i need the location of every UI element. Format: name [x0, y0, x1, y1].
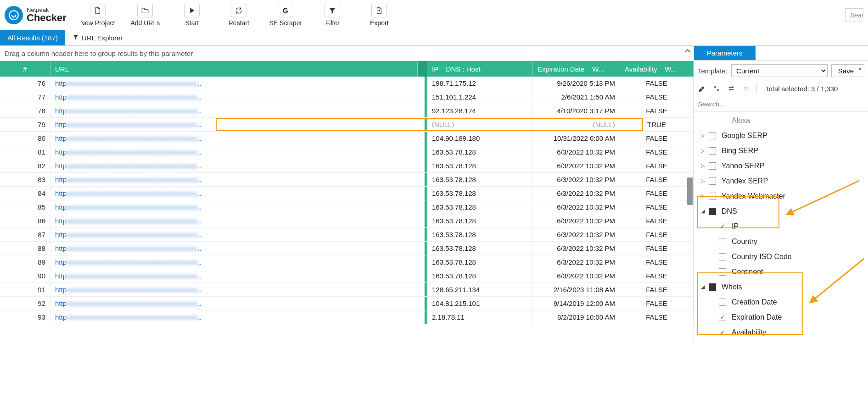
cell-url[interactable]: httpxxxxxxxxxxxxxxxxxxxxxxxxxxxxxxxxxxxx… [50, 132, 425, 145]
filter-button[interactable]: Filter [316, 4, 349, 27]
add-urls-button[interactable]: Add URLs [129, 4, 162, 27]
cell-url[interactable]: httpxxxxxxxxxxxxxxxxxxxxxxxxxxxxxxxxxxxx… [50, 297, 425, 310]
table-row[interactable]: 76httpxxxxxxxxxxxxxxxxxxxxxxxxxxxxxxxxxx… [0, 77, 694, 90]
cell-url[interactable]: httpxxxxxxxxxxxxxxxxxxxxxxxxxxxxxxxxxxxx… [50, 228, 425, 241]
table-row[interactable]: 93httpxxxxxxxxxxxxxxxxxxxxxxxxxxxxxxxxxx… [0, 310, 694, 324]
checkbox[interactable] [719, 314, 726, 321]
checkbox[interactable] [719, 238, 726, 245]
checkbox[interactable] [719, 329, 726, 336]
table-row[interactable]: 85httpxxxxxxxxxxxxxxxxxxxxxxxxxxxxxxxxxx… [0, 200, 694, 214]
cell-url[interactable]: httpxxxxxxxxxxxxxxxxxxxxxxxxxxxxxxxxxxxx… [50, 104, 425, 117]
cell-index: 85 [0, 200, 50, 214]
tree-yandex-serp[interactable]: ▷Yandex SERP [697, 173, 868, 188]
cell-url[interactable]: httpxxxxxxxxxxxxxxxxxxxxxxxxxxxxxxxxxxxx… [50, 200, 425, 214]
table-row[interactable]: 84httpxxxxxxxxxxxxxxxxxxxxxxxxxxxxxxxxxx… [0, 187, 694, 200]
new-project-button[interactable]: New Project [80, 4, 115, 27]
parameters-search-input[interactable] [698, 97, 864, 111]
tree-bing-serp[interactable]: ▷Bing SERP [697, 143, 868, 158]
checkbox[interactable] [719, 268, 726, 276]
table-row[interactable]: 80httpxxxxxxxxxxxxxxxxxxxxxxxxxxxxxxxxxx… [0, 132, 694, 145]
tree-whois-creation-date[interactable]: Creation Date [697, 294, 868, 310]
tree-google-serp[interactable]: ▷Google SERP [697, 128, 868, 143]
scrollbar-thumb[interactable] [687, 177, 693, 205]
tab-url-explorer[interactable]: URL Explorer [65, 30, 130, 45]
checkbox[interactable] [719, 253, 726, 260]
cell-url[interactable]: httpxxxxxxxxxxxxxxxxxxxxxxxxxxxxxxxxxxxx… [50, 187, 425, 200]
tree-alexa[interactable]: Alexa [697, 113, 868, 128]
tree-dns-continent[interactable]: Continent [697, 264, 868, 279]
eraser-icon[interactable] [698, 84, 706, 93]
col-ip[interactable]: IP – DNS : Host [427, 61, 533, 77]
se-scraper-button[interactable]: SE Scraper [269, 4, 302, 27]
cell-url[interactable]: httpxxxxxxxxxxxxxxxxxxxxxxxxxxxxxxxxxxxx… [50, 242, 425, 255]
tree-whois[interactable]: ◢Whois [697, 279, 868, 294]
checkbox[interactable] [709, 283, 716, 291]
expand-icon[interactable]: ▷ [700, 163, 706, 169]
expand-icon[interactable]: ▷ [700, 193, 706, 199]
cell-url[interactable]: httpxxxxxxxxxxxxxxxxxxxxxxxxxxxxxxxxxxxx… [50, 159, 425, 172]
tree-whois-availability[interactable]: Availability [697, 325, 868, 340]
start-button[interactable]: Start [175, 4, 208, 27]
cell-url[interactable]: httpxxxxxxxxxxxxxxxxxxxxxxxxxxxxxxxxxxxx… [50, 214, 425, 227]
expand-icon[interactable]: ▷ [700, 133, 706, 138]
tree-dns-country[interactable]: Country [697, 234, 868, 249]
table-row[interactable]: 77httpxxxxxxxxxxxxxxxxxxxxxxxxxxxxxxxxxx… [0, 90, 694, 104]
expand-icon[interactable]: ◢ [700, 208, 706, 214]
table-row[interactable]: 78httpxxxxxxxxxxxxxxxxxxxxxxxxxxxxxxxxxx… [0, 104, 694, 118]
checkbox[interactable] [709, 162, 716, 170]
cell-url[interactable]: httpxxxxxxxxxxxxxxxxxxxxxxxxxxxxxxxxxxxx… [50, 269, 425, 282]
table-row[interactable]: 91httpxxxxxxxxxxxxxxxxxxxxxxxxxxxxxxxxxx… [0, 283, 694, 297]
table-row[interactable]: 86httpxxxxxxxxxxxxxxxxxxxxxxxxxxxxxxxxxx… [0, 214, 694, 228]
checkbox[interactable] [709, 132, 716, 139]
table-row[interactable]: 83httpxxxxxxxxxxxxxxxxxxxxxxxxxxxxxxxxxx… [0, 173, 694, 187]
tab-all-results[interactable]: All Results (187) [0, 30, 65, 45]
col-availability[interactable]: Availability – W... [620, 61, 694, 77]
swap-icon[interactable] [727, 84, 735, 93]
expand-icon[interactable]: ▷ [700, 148, 706, 154]
group-by-bar[interactable]: Drag a column header here to group resul… [0, 46, 694, 61]
col-url[interactable]: URL [50, 61, 418, 77]
table-row[interactable]: 88httpxxxxxxxxxxxxxxxxxxxxxxxxxxxxxxxxxx… [0, 242, 694, 255]
cell-url[interactable]: httpxxxxxxxxxxxxxxxxxxxxxxxxxxxxxxxxxxxx… [50, 77, 425, 90]
cell-url[interactable]: httpxxxxxxxxxxxxxxxxxxxxxxxxxxxxxxxxxxxx… [50, 90, 425, 104]
checkbox[interactable] [719, 299, 726, 306]
table-row[interactable]: 79httpxxxxxxxxxxxxxxxxxxxxxxxxxxxxxxxxxx… [0, 118, 694, 132]
tab-parameters[interactable]: Parameters [694, 46, 756, 60]
tree-dns-country-iso-code[interactable]: Country ISO Code [697, 249, 868, 264]
collapse-caret-icon[interactable] [684, 48, 691, 54]
checkbox[interactable] [709, 193, 716, 200]
cell-url[interactable]: httpxxxxxxxxxxxxxxxxxxxxxxxxxxxxxxxxxxxx… [50, 118, 425, 131]
table-row[interactable]: 90httpxxxxxxxxxxxxxxxxxxxxxxxxxxxxxxxxxx… [0, 269, 694, 283]
collapse-icon[interactable] [712, 84, 721, 93]
checkbox[interactable] [709, 147, 716, 155]
cell-url[interactable]: httpxxxxxxxxxxxxxxxxxxxxxxxxxxxxxxxxxxxx… [50, 255, 425, 269]
checkbox[interactable] [709, 177, 716, 185]
tree-dns[interactable]: ◢DNS [697, 204, 868, 219]
table-row[interactable]: 87httpxxxxxxxxxxxxxxxxxxxxxxxxxxxxxxxxxx… [0, 228, 694, 242]
col-index[interactable]: # [0, 61, 50, 77]
table-row[interactable]: 92httpxxxxxxxxxxxxxxxxxxxxxxxxxxxxxxxxxx… [0, 297, 694, 310]
template-select[interactable]: Current [731, 64, 828, 77]
cell-url[interactable]: httpxxxxxxxxxxxxxxxxxxxxxxxxxxxxxxxxxxxx… [50, 283, 425, 296]
checkbox[interactable] [709, 208, 716, 215]
tree-dns-ip[interactable]: IP [697, 219, 868, 234]
tree-yandex-webmaster[interactable]: ▷Yandex Webmaster [697, 188, 868, 204]
table-row[interactable]: 81httpxxxxxxxxxxxxxxxxxxxxxxxxxxxxxxxxxx… [0, 145, 694, 159]
cell-ip: 92.123.28.174 [427, 104, 533, 117]
save-button[interactable]: Save [831, 64, 864, 77]
cell-url[interactable]: httpxxxxxxxxxxxxxxxxxxxxxxxxxxxxxxxxxxxx… [50, 310, 425, 324]
restart-button[interactable]: Restart [222, 4, 255, 27]
table-row[interactable]: 89httpxxxxxxxxxxxxxxxxxxxxxxxxxxxxxxxxxx… [0, 255, 694, 269]
table-row[interactable]: 82httpxxxxxxxxxxxxxxxxxxxxxxxxxxxxxxxxxx… [0, 159, 694, 173]
cell-url[interactable]: httpxxxxxxxxxxxxxxxxxxxxxxxxxxxxxxxxxxxx… [50, 173, 425, 186]
checkbox[interactable] [719, 223, 726, 230]
toolbar-search[interactable]: Searcl [845, 8, 863, 22]
redo-icon[interactable] [742, 84, 750, 93]
export-button[interactable]: Export [363, 4, 396, 27]
expand-icon[interactable]: ▷ [700, 178, 706, 184]
col-expiration[interactable]: Expiration Date – W... [533, 61, 620, 77]
cell-url[interactable]: httpxxxxxxxxxxxxxxxxxxxxxxxxxxxxxxxxxxxx… [50, 145, 425, 159]
tree-whois-expiration-date[interactable]: Expiration Date [697, 310, 868, 325]
tree-yahoo-serp[interactable]: ▷Yahoo SERP [697, 158, 868, 173]
expand-icon[interactable]: ◢ [700, 284, 706, 290]
